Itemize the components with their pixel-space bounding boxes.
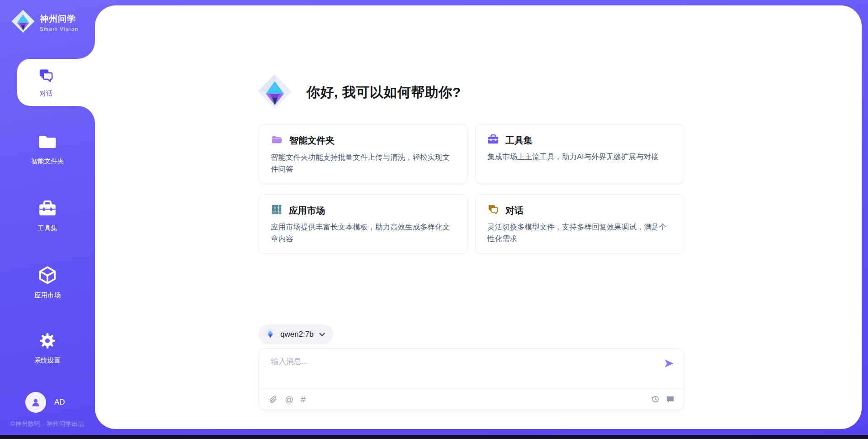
composer-toolbar: @ # [269, 389, 675, 410]
sidebar: 神州问学 Smart Vision 对话 智能文件夹 工具集 应用市场 系统设置 [0, 0, 95, 439]
brand-name: 神州问学 [40, 13, 79, 25]
brand-subtitle: Smart Vision [40, 26, 79, 32]
bottom-edge-bar [0, 435, 868, 439]
sidebar-item-toolset[interactable]: 工具集 [0, 199, 95, 233]
send-icon[interactable] [664, 358, 675, 369]
user-name: AD [54, 398, 65, 407]
card-description: 智能文件夹功能支持批量文件上传与清洗，轻松实现文件问答 [271, 152, 455, 175]
message-composer: @ # [259, 348, 684, 410]
model-name: qwen2:7b [280, 330, 314, 339]
card-title: 智能文件夹 [289, 134, 335, 147]
card-description: 灵活切换多模型文件，支持多样回复效果调试，满足个性化需求 [487, 221, 672, 244]
toolbox-icon [487, 134, 499, 147]
chat-icon [487, 204, 499, 217]
card-title: 应用市场 [289, 205, 325, 217]
history-icon[interactable] [651, 395, 660, 404]
grid-icon [271, 204, 283, 217]
feature-cards: 智能文件夹 智能文件夹功能支持批量文件上传与清洗，轻松实现文件问答 工具集 集成… [259, 124, 684, 254]
model-logo-icon [265, 328, 276, 341]
sidebar-item-label: 系统设置 [34, 356, 61, 365]
active-item-bottom-curve [78, 106, 95, 123]
app-logo-icon [257, 73, 293, 111]
comment-icon[interactable] [666, 395, 675, 404]
card-description: 应用市场提供丰富长文本模板，助力高效生成多样化文章内容 [271, 221, 455, 244]
card-smart-folder[interactable]: 智能文件夹 智能文件夹功能支持批量文件上传与清洗，轻松实现文件问答 [259, 124, 467, 184]
card-title: 工具集 [505, 134, 533, 147]
avatar [25, 392, 46, 413]
card-app-market[interactable]: 应用市场 应用市场提供丰富长文本模板，助力高效生成多样化文章内容 [259, 194, 467, 254]
sidebar-footer: ©神州数码 · 神州问学出品 [0, 420, 95, 428]
sidebar-item-smart-folder[interactable]: 智能文件夹 [0, 132, 95, 166]
chat-icon [38, 67, 54, 86]
toolbox-icon [38, 199, 57, 220]
open-folder-icon [271, 134, 283, 148]
sidebar-item-label: 应用市场 [34, 291, 61, 300]
greeting: 你好, 我可以如何帮助你? [257, 73, 461, 111]
gear-icon [38, 331, 57, 352]
message-input[interactable] [271, 356, 651, 384]
sidebar-item-chat[interactable]: 对话 [17, 59, 95, 106]
sidebar-item-label: 工具集 [38, 224, 57, 233]
model-selector[interactable]: qwen2:7b [259, 324, 333, 344]
active-item-top-curve [78, 42, 95, 59]
chevron-down-icon [319, 333, 325, 337]
sidebar-item-settings[interactable]: 系统设置 [0, 331, 95, 365]
sidebar-item-label: 对话 [40, 89, 53, 98]
brand-logo-icon [11, 9, 35, 35]
cube-icon [38, 265, 57, 287]
folder-icon [38, 132, 57, 153]
card-title: 对话 [505, 205, 524, 217]
attachment-icon[interactable] [269, 395, 278, 404]
brand: 神州问学 Smart Vision [11, 9, 79, 35]
main-panel: 你好, 我可以如何帮助你? 智能文件夹 智能文件夹功能支持批量文件上传与清洗，轻… [95, 5, 862, 429]
user-profile[interactable]: AD [25, 392, 65, 413]
sidebar-item-label: 智能文件夹 [31, 157, 64, 166]
card-chat[interactable]: 对话 灵活切换多模型文件，支持多样回复效果调试，满足个性化需求 [475, 194, 684, 254]
sidebar-item-app-market[interactable]: 应用市场 [0, 265, 95, 300]
greeting-title: 你好, 我可以如何帮助你? [307, 83, 461, 102]
hashtag-icon[interactable]: # [301, 395, 306, 404]
card-description: 集成市场上主流工具，助力AI与外界无缝扩展与对接 [487, 151, 672, 163]
card-toolset[interactable]: 工具集 集成市场上主流工具，助力AI与外界无缝扩展与对接 [475, 124, 684, 184]
mention-icon[interactable]: @ [285, 395, 293, 404]
